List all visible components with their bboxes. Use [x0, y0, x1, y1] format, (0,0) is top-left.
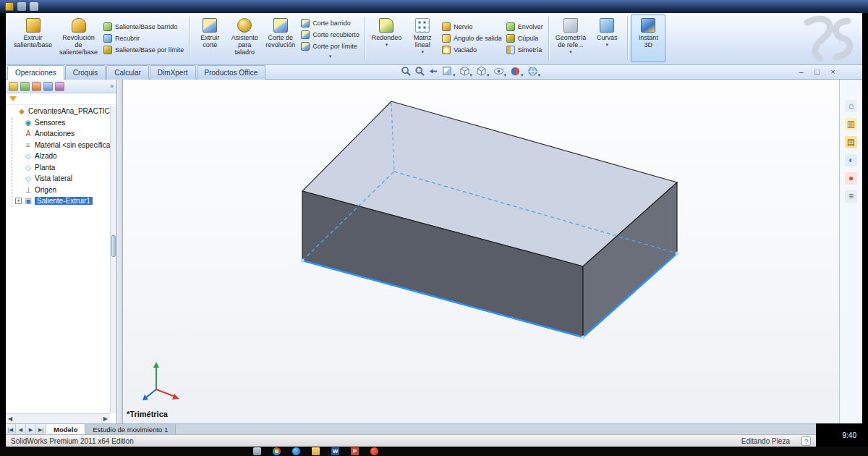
dropdown-caret-icon[interactable]: ▾ [386, 42, 388, 47]
ribbon-button-revoluci-n-de-saliente-base[interactable]: Revolución de saliente/base [56, 14, 101, 62]
ribbon-button-geometr-a-de-refe[interactable]: Geometría de refe...▾ [552, 14, 590, 62]
edge-vertex-right[interactable] [676, 252, 679, 256]
scroll-right-arrow[interactable]: ▶ [103, 415, 108, 422]
panel-overflow-chevron[interactable]: » [110, 83, 114, 90]
view-palette-icon[interactable]: ◐ [845, 154, 857, 166]
ribbon-button-corte-de-revoluci-n[interactable]: Corte de revolución [262, 14, 299, 62]
tree-item-material-sin-especificar[interactable]: ≡Material <sin especificar> [12, 140, 110, 151]
tree-item-saliente-extruir1[interactable]: +▣Saliente-Extruir1 [12, 195, 110, 207]
view-orientation-icon[interactable] [459, 65, 471, 77]
model-tab-modelo[interactable]: Modelo [46, 424, 85, 434]
graphics-area[interactable]: *Trimétrica [123, 80, 839, 423]
ribbon-button-vaciado[interactable]: Vaciado [442, 46, 502, 55]
custom-properties-icon[interactable]: ≡ [845, 190, 857, 203]
tab-scroll-button-2[interactable]: ▶ [26, 424, 36, 434]
zoom-fit-icon[interactable] [400, 65, 412, 77]
edit-appearance-icon[interactable] [509, 65, 522, 77]
file-explorer-icon[interactable]: ▤ [845, 136, 857, 148]
tree-item-vista-lateral[interactable]: ◇Vista lateral [12, 173, 110, 185]
appearances-icon[interactable]: ● [845, 172, 857, 185]
window-icon[interactable] [253, 447, 261, 455]
tab-operaciones[interactable]: Operaciones [7, 65, 64, 80]
ribbon-button-saliente-base-barrido[interactable]: Saliente/Base barrido [103, 22, 184, 32]
ribbon-button-corte-barrido[interactable]: Corte barrido [301, 18, 359, 28]
tree-root[interactable]: ◆CervantesAna_PRACTICA 01 (F [6, 106, 110, 117]
scroll-left-arrow[interactable]: ◀ [8, 415, 12, 422]
app-icon[interactable] [5, 2, 14, 11]
edge-icon[interactable] [292, 447, 300, 455]
design-library-icon[interactable]: ▥ [845, 118, 857, 130]
ribbon-button-instant-3d[interactable]: Instant 3D [631, 14, 665, 62]
help-icon[interactable]: ? [801, 436, 811, 446]
model-tab-estudio-de-movimiento-1[interactable]: Estudio de movimiento 1 [85, 424, 176, 434]
displaymanager-icon[interactable] [55, 82, 64, 91]
dropdown-caret-icon[interactable]: ▾ [470, 72, 473, 77]
ribbon-button-extruir-corte[interactable]: Extruir corte [192, 14, 227, 62]
dropdown-caret-icon[interactable]: ▾ [521, 72, 524, 77]
panel-splitter[interactable] [117, 80, 123, 423]
tab-dimxpert[interactable]: DimXpert [150, 65, 196, 80]
folder-icon[interactable] [312, 447, 320, 455]
featuremanager-icon[interactable] [9, 82, 18, 91]
dropdown-caret-icon[interactable]: ▾ [453, 72, 456, 77]
ribbon-button-simetr-a[interactable]: Simetría [506, 46, 543, 55]
dimxpertmanager-icon[interactable] [43, 82, 53, 91]
curves-icon [600, 18, 614, 33]
previous-view-icon[interactable] [427, 65, 440, 77]
tab-calcular[interactable]: Calcular [106, 65, 149, 80]
ribbon-button-redondeo[interactable]: Redondeo▾ [368, 14, 406, 62]
expand-icon[interactable]: + [15, 198, 22, 204]
edge-vertex-front[interactable] [582, 336, 585, 339]
ribbon-button-matriz-lineal[interactable]: Matriz lineal▾ [405, 14, 440, 62]
ribbon-button-ngulo-de-salida[interactable]: Ángulo de salida [442, 34, 502, 43]
tree-item-anotaciones[interactable]: AAnotaciones [12, 128, 110, 140]
dropdown-caret-icon[interactable]: ▾ [329, 54, 332, 59]
display-style-icon[interactable] [475, 65, 488, 77]
tree-item-origen[interactable]: ⊥Origen [12, 185, 110, 196]
powerpoint-icon[interactable]: P [351, 447, 359, 455]
tab-croquis[interactable]: Croquis [65, 65, 106, 80]
ribbon-button-envolver[interactable]: Envolver [506, 22, 543, 32]
close-button[interactable]: × [828, 67, 838, 77]
dropdown-caret-icon[interactable]: ▾ [504, 72, 507, 77]
ribbon-button-corte-por-l-mite[interactable]: Corte por límite [301, 41, 359, 51]
ribbon-button-saliente-base-por-l-mite[interactable]: Saliente/Base por límite [103, 46, 184, 55]
filter-funnel-icon[interactable] [9, 96, 17, 101]
propertymanager-icon[interactable] [20, 82, 30, 91]
ribbon-button-c-pula[interactable]: Cúpula [506, 34, 543, 43]
view-settings-icon[interactable] [527, 65, 539, 77]
ribbon-button-asistente-para-taladro[interactable]: Asistente para taladro [227, 14, 262, 62]
configurationmanager-icon[interactable] [32, 82, 41, 91]
minimize-button[interactable]: – [796, 67, 806, 77]
tree-item-sensores[interactable]: ◉Sensores [12, 117, 110, 129]
home-icon[interactable]: ⌂ [845, 100, 857, 112]
dropdown-caret-icon[interactable]: ▾ [487, 72, 490, 77]
dropdown-caret-icon[interactable]: ▾ [422, 49, 425, 54]
tab-scroll-button-3[interactable]: ▶| [36, 424, 46, 434]
print-icon[interactable] [30, 2, 38, 11]
ribbon-button-curvas[interactable]: Curvas▾ [590, 14, 624, 62]
tab-scroll-button-0[interactable]: |◀ [6, 424, 16, 434]
tab-productos-office[interactable]: Productos Office [197, 65, 266, 80]
dropdown-caret-icon[interactable]: ▾ [606, 42, 609, 47]
ribbon-button-extruir-saliente-base[interactable]: Extruir saliente/base [10, 14, 56, 62]
part-icon: ◆ [17, 107, 26, 115]
dropdown-caret-icon[interactable]: ▾ [569, 49, 572, 54]
ribbon-button-recubrir[interactable]: Recubrir [103, 34, 184, 43]
scrollbar-thumb[interactable] [111, 235, 116, 257]
hide-show-items-icon[interactable] [493, 65, 505, 77]
ribbon-button-corte-recubierto[interactable]: Corte recubierto [301, 30, 359, 39]
restore-button[interactable]: □ [812, 67, 822, 77]
word-icon[interactable]: W [331, 447, 339, 455]
tab-scroll-button-1[interactable]: ◀ [16, 424, 26, 434]
dropdown-caret-icon[interactable]: ▾ [538, 72, 541, 77]
save-icon[interactable] [17, 2, 26, 11]
edge-vertex-left[interactable] [301, 259, 305, 263]
tree-item-planta[interactable]: ◇Planta [12, 162, 110, 174]
tree-item-alzado[interactable]: ◇Alzado [12, 151, 110, 162]
chrome-icon[interactable] [273, 447, 281, 455]
ribbon-button-nervio[interactable]: Nervio [442, 22, 502, 32]
zoom-area-icon[interactable] [414, 65, 426, 77]
red-app-icon[interactable] [370, 447, 378, 455]
section-view-icon[interactable] [441, 65, 454, 77]
